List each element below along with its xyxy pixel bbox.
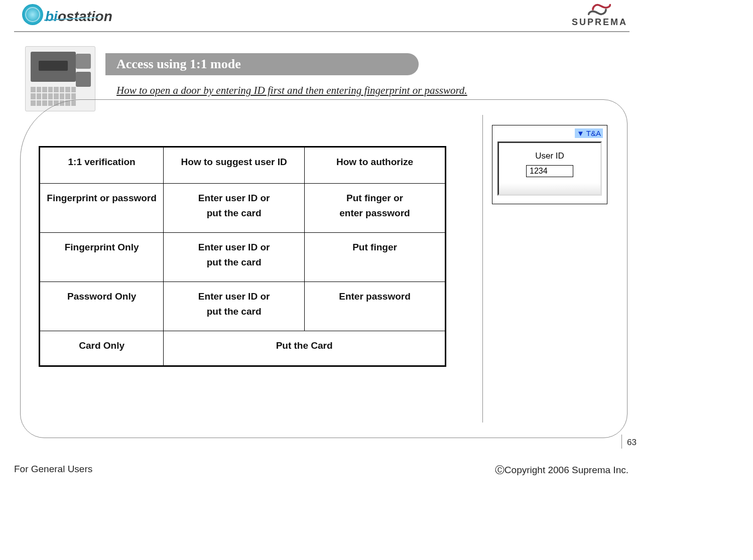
user-id-label: User ID [535, 151, 564, 161]
footer-right: ⒸCopyright 2006 Suprema Inc. [495, 464, 629, 477]
page-subtitle: How to open a door by entering ID first … [116, 84, 467, 97]
table-row: Fingerprint or password Enter user ID or… [40, 184, 446, 233]
footer: For General Users ⒸCopyright 2006 Suprem… [14, 464, 629, 477]
th-verification: 1:1 verification [40, 147, 164, 184]
th-authorize: How to authorize [305, 147, 446, 184]
logo-biostation: biostation [22, 4, 112, 25]
footer-left: For General Users [14, 464, 92, 477]
page-title: Access using 1:1 mode [105, 53, 419, 75]
content-frame: 1:1 verification How to suggest user ID … [20, 99, 628, 438]
infinity-icon [586, 3, 613, 16]
page-number: 63 [621, 435, 637, 449]
logo-suprema: SUPREMA [572, 3, 628, 28]
header: biostation SUPREMA [0, 0, 643, 36]
user-id-popup: User ID 1234 [497, 142, 602, 196]
table-row: Fingerprint Only Enter user ID or put th… [40, 233, 446, 282]
th-suggest-id: How to suggest user ID [164, 147, 305, 184]
swirl-icon [22, 4, 43, 25]
device-screen-mock: ▼ T&A User ID 1234 [492, 125, 607, 204]
table-header-row: 1:1 verification How to suggest user ID … [40, 147, 446, 184]
brand-right-text: SUPREMA [572, 17, 628, 28]
verification-table: 1:1 verification How to suggest user ID … [39, 146, 446, 367]
table-row: Card Only Put the Card [40, 331, 446, 366]
table-row: Password Only Enter user ID or put the c… [40, 282, 446, 331]
user-id-value: 1234 [526, 165, 573, 177]
header-divider [14, 31, 630, 32]
ta-badge: ▼ T&A [575, 128, 603, 138]
